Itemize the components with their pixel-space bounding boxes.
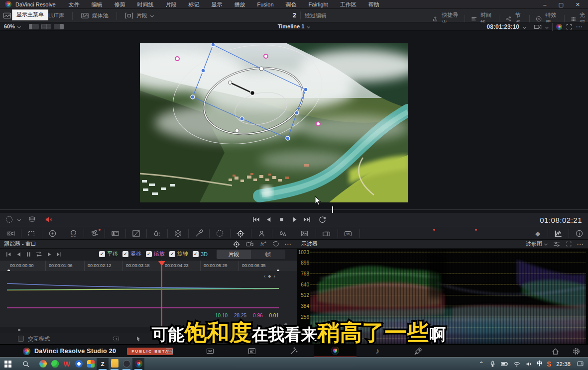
tray-battery-icon[interactable] [500, 360, 509, 368]
taskbar-resolve-icon[interactable] [132, 358, 144, 370]
checkbox-rotate[interactable]: ✓旋转 [169, 250, 188, 258]
checkbox-tilt[interactable]: ✓竖移 [122, 250, 141, 258]
gallery-icon[interactable] [3, 11, 11, 20]
pause-tracking-button[interactable] [25, 251, 32, 258]
menu-view[interactable]: 显示 [206, 0, 229, 9]
chevron-down-icon[interactable] [150, 14, 154, 17]
tracker-ruler[interactable]: 00:00:00:00 00:00:01:06 00:00:02:12 00:0… [0, 261, 297, 271]
track-forward-button[interactable] [45, 251, 53, 258]
tray-notification-icon[interactable] [577, 360, 584, 368]
menu-color[interactable]: 调色 [280, 0, 303, 9]
lut-library-button[interactable]: LUT库 [48, 12, 64, 19]
power-window-icon[interactable] [216, 229, 224, 238]
checkbox-zoom[interactable]: ✓缩放 [146, 250, 165, 258]
mute-icon[interactable] [44, 215, 53, 224]
quick-export-icon[interactable] [432, 15, 438, 23]
scroll-handle-dot[interactable] [18, 329, 20, 331]
view-mode-split-icon[interactable] [54, 24, 64, 29]
menu-help[interactable]: 帮助 [362, 0, 385, 9]
taskbar-clock[interactable]: 22:38 [556, 361, 571, 367]
tracker-playhead-handle[interactable] [158, 261, 166, 267]
timeline-selector[interactable]: Timeline 1 [278, 23, 305, 29]
app-logo-icon[interactable] [5, 1, 11, 7]
taskbar-browser-icon[interactable] [37, 358, 49, 370]
play-reverse-button[interactable] [264, 215, 273, 224]
color-wheels-icon[interactable] [48, 229, 57, 238]
camera-raw-icon[interactable] [6, 229, 15, 238]
blur-icon[interactable] [278, 229, 287, 238]
menu-fairlight[interactable]: Fairlight [303, 0, 334, 9]
viewer-zoom-level[interactable]: 60% [4, 23, 15, 29]
magic-mask-icon[interactable] [257, 229, 266, 238]
menu-mark[interactable]: 标记 [183, 0, 206, 9]
settings-gear-button[interactable] [566, 345, 586, 358]
checkbox-3d[interactable]: ✓3D [193, 251, 208, 257]
tracker-icon[interactable] [236, 229, 245, 238]
expand-icon[interactable] [566, 23, 573, 30]
tray-expand-icon[interactable]: ⌃ [479, 361, 484, 368]
chevron-down-icon[interactable] [544, 242, 548, 246]
menu-file[interactable]: 文件 [63, 0, 86, 9]
scope-mode-selector[interactable]: 波形图 [526, 240, 542, 248]
motion-effects-icon[interactable] [322, 229, 331, 238]
hdr-wheels-icon[interactable] [69, 229, 78, 238]
tracker-options-menu-icon[interactable]: ··· [285, 241, 292, 247]
window-minimize-button[interactable]: – [537, 0, 552, 9]
interactive-mode-checkbox[interactable] [18, 336, 24, 342]
qualifier-icon[interactable] [153, 229, 161, 238]
window-maximize-button[interactable]: ▢ [552, 0, 569, 9]
viewer-scrub-bar[interactable] [0, 209, 588, 210]
tray-ime-indicator[interactable]: 中 [537, 360, 543, 368]
camera-3d-track-icon[interactable] [245, 240, 254, 248]
tracker-mode-frame-button[interactable]: 帧 [251, 250, 285, 259]
track-to-start-button[interactable] [5, 251, 12, 258]
film-grain-icon[interactable] [300, 229, 309, 238]
chevron-down-icon[interactable] [17, 218, 21, 221]
tray-sogou-icon[interactable]: S [547, 360, 551, 368]
checkbox-pan[interactable]: ✓平移 [99, 250, 118, 258]
menu-workspace[interactable]: 工作区 [334, 0, 362, 9]
stop-button[interactable] [277, 215, 286, 224]
chevron-down-icon[interactable] [17, 25, 21, 28]
taskbar-wechat-icon[interactable] [49, 358, 61, 370]
scopes-panel-icon[interactable] [554, 229, 563, 238]
picker-icon[interactable] [195, 229, 203, 238]
chevron-down-icon[interactable] [523, 25, 526, 29]
menu-edit[interactable]: 编辑 [86, 0, 109, 9]
menu-timeline[interactable]: 时间线 [131, 0, 160, 9]
viewer-playhead[interactable] [332, 206, 333, 213]
keyframes-panel-icon[interactable]: ◆ [535, 230, 540, 237]
stereo-3d-icon[interactable] [344, 229, 353, 238]
taskbar-search-icon[interactable] [20, 358, 32, 370]
scope-options-menu-icon[interactable]: ··· [577, 241, 584, 247]
taskbar-capture-app-icon[interactable]: Z [97, 358, 109, 370]
menu-playback[interactable]: 播放 [229, 0, 251, 9]
swap-direction-icon[interactable] [35, 250, 43, 258]
effects-library-icon[interactable] [536, 15, 542, 23]
color-warper-icon[interactable] [174, 229, 182, 238]
info-panel-icon[interactable] [575, 229, 584, 238]
go-to-first-frame-button[interactable] [251, 215, 260, 224]
reset-icon[interactable] [272, 240, 280, 248]
taskbar-store-icon[interactable] [85, 358, 97, 370]
play-button[interactable] [290, 215, 299, 224]
scope-settings-icon[interactable] [553, 240, 561, 248]
window-close-button[interactable]: ✕ [570, 0, 586, 9]
go-to-last-frame-button[interactable] [303, 215, 312, 224]
tracker-target-icon[interactable] [233, 240, 240, 248]
color-match-icon[interactable] [27, 230, 35, 238]
menu-fusion[interactable]: Fusion [251, 0, 280, 9]
taskbar-edge-icon[interactable] [73, 358, 85, 370]
primaries-bars-icon[interactable] [90, 229, 99, 238]
tracker-playhead[interactable] [161, 261, 162, 327]
tray-volume-icon[interactable] [525, 360, 533, 368]
tray-microphone-icon[interactable] [489, 360, 496, 368]
start-button[interactable] [2, 358, 14, 370]
view-mode-grid-icon[interactable] [41, 24, 51, 29]
chevron-down-icon[interactable] [545, 25, 549, 29]
media-pool-icon[interactable] [81, 11, 89, 20]
nodes-panel-icon[interactable] [505, 15, 511, 23]
chevron-down-icon[interactable] [307, 25, 310, 28]
window-outline-toggle-icon[interactable] [5, 215, 13, 224]
loop-button[interactable] [318, 215, 327, 224]
